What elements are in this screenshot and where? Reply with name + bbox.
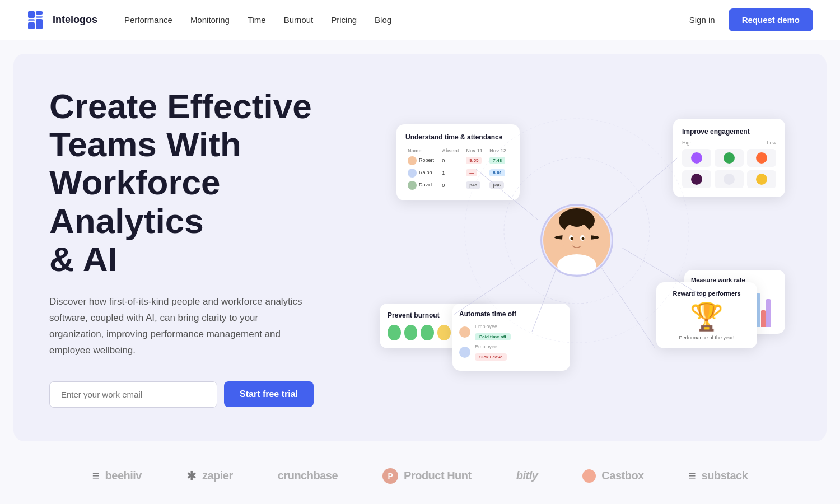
trial-button[interactable]: Start free trial (224, 381, 314, 407)
logo-zapier: ✱ zapier (186, 469, 233, 483)
beehiiv-text: beehiiv (105, 469, 142, 482)
card-reward: Reward top performers 🏆 Performance of t… (656, 282, 757, 348)
engagement-title: Improve engagement (682, 128, 776, 136)
nav-right: Sign in Request demo (689, 8, 813, 31)
castbox-text: Castbox (601, 469, 643, 482)
hero-left: Create Effective Teams With Workforce An… (49, 87, 363, 408)
zapier-icon: ✱ (186, 469, 197, 483)
sign-in-button[interactable]: Sign in (689, 15, 715, 25)
bar (761, 310, 766, 327)
svg-rect-1 (36, 11, 43, 15)
timeoff-badge-paid: Paid time off (475, 333, 511, 340)
substack-icon: ≡ (689, 469, 696, 483)
table-row: Robert 0 9:55 7:48 (405, 155, 511, 167)
timeoff-avatar-1 (459, 326, 470, 338)
reward-subtitle: Performance of the year! (664, 335, 749, 340)
eng-item-extra2 (747, 170, 776, 188)
producthunt-text: Product Hunt (404, 469, 472, 482)
nav-link-time[interactable]: Time (248, 15, 266, 25)
timeoff-info-1: Employee Paid time off (475, 324, 563, 340)
svg-point-21 (571, 237, 573, 240)
hero-subtitle: Discover how first-of-its-kind people an… (49, 294, 307, 359)
table-row: David 0 p45 p46 (405, 179, 511, 192)
eng-item-sheets (715, 149, 744, 167)
slack-icon (691, 174, 702, 185)
card-attendance: Understand time & attendance Name Absent… (396, 124, 520, 200)
substack-text: substack (702, 469, 748, 482)
bar-group-5 (756, 293, 771, 327)
reward-title: Reward top performers (664, 290, 749, 297)
att-header-absent: Absent (440, 147, 464, 155)
zapier-text: zapier (202, 469, 233, 482)
producthunt-icon: P (382, 468, 398, 484)
logo-text: Intelogos (53, 14, 97, 26)
hero-title: Create Effective Teams With Workforce An… (49, 87, 363, 278)
eng-item-slack (682, 170, 711, 188)
sheets-icon (724, 152, 735, 164)
cta-row: Start free trial (49, 381, 363, 408)
nav-link-pricing[interactable]: Pricing (331, 15, 357, 25)
svg-line-13 (599, 264, 655, 348)
logo-beehiiv: ≡ beehiiv (92, 469, 142, 483)
request-demo-button[interactable]: Request demo (729, 8, 813, 31)
dot-1 (388, 325, 401, 340)
svg-point-17 (562, 222, 591, 256)
svg-rect-4 (28, 22, 35, 29)
profile-image (543, 207, 610, 274)
reward-medal-icon: 🏆 (664, 301, 749, 333)
att-header-nov11: Nov 11 (464, 147, 487, 155)
eng-item-figma (682, 149, 711, 167)
dot-3 (421, 325, 434, 340)
nav-link-performance[interactable]: Performance (124, 15, 172, 25)
crunchbase-text: crunchbase (278, 469, 338, 482)
email-input[interactable] (49, 381, 217, 408)
timeoff-row-1: Employee Paid time off (459, 324, 563, 340)
beehiiv-icon: ≡ (92, 469, 100, 483)
timeoff-avatar-2 (459, 347, 470, 358)
card-engagement: Improve engagement High Low (673, 119, 785, 197)
attendance-title: Understand time & attendance (405, 133, 511, 141)
logo-bitly: bitly (516, 469, 538, 482)
logo-substack: ≡ substack (689, 469, 748, 483)
logo-icon (27, 10, 47, 30)
engagement-grid (682, 149, 776, 188)
engagement-scale: High Low (682, 140, 776, 146)
extra2-icon (756, 174, 767, 185)
figma-icon (691, 152, 702, 164)
svg-point-18 (567, 209, 587, 227)
table-row: Ralph 1 — 8:01 (405, 167, 511, 179)
hero-right: Understand time & attendance Name Absent… (363, 113, 791, 382)
logo-producthunt: P Product Hunt (382, 468, 472, 484)
nav-link-blog[interactable]: Blog (375, 15, 391, 25)
att-header-nov12: Nov 12 (487, 147, 511, 155)
bar (766, 299, 771, 327)
att-header-name: Name (405, 147, 440, 155)
dot-2 (404, 325, 418, 340)
profile-avatar (540, 204, 613, 277)
timeoff-info-2: Employee Sick Leave (475, 344, 563, 361)
navbar: Intelogos Performance Monitoring Time Bu… (0, 0, 840, 40)
attendance-table: Name Absent Nov 11 Nov 12 Robert 0 9:55 … (405, 147, 511, 192)
svg-rect-0 (28, 11, 35, 18)
dot-4 (437, 325, 451, 340)
card-timeoff: Automate time off Employee Paid time off… (452, 304, 570, 371)
hero-section: Create Effective Teams With Workforce An… (13, 54, 827, 441)
extra1-icon (724, 174, 735, 185)
nav-link-monitoring[interactable]: Monitoring (190, 15, 230, 25)
nav-links: Performance Monitoring Time Burnout Pric… (124, 15, 689, 25)
timeoff-row-2: Employee Sick Leave (459, 344, 563, 361)
logo[interactable]: Intelogos (27, 10, 97, 30)
svg-rect-3 (28, 19, 35, 21)
timeoff-title: Automate time off (459, 310, 563, 318)
nav-link-burnout[interactable]: Burnout (284, 15, 314, 25)
logo-castbox: Castbox (582, 469, 643, 483)
timeoff-badge-sick: Sick Leave (475, 353, 507, 361)
logos-section: ≡ beehiiv ✱ zapier crunchbase P Product … (0, 441, 840, 505)
bitly-text: bitly (516, 469, 538, 482)
svg-rect-5 (36, 19, 43, 29)
svg-line-9 (605, 158, 678, 220)
ai-icon (756, 152, 767, 164)
svg-point-22 (582, 237, 585, 240)
eng-item-ai (747, 149, 776, 167)
castbox-icon (582, 469, 596, 483)
